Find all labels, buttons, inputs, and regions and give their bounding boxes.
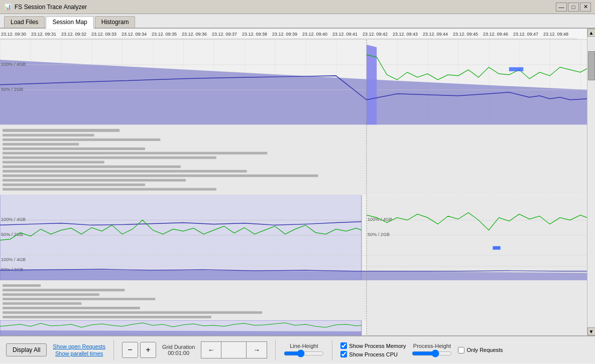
svg-rect-73 [3, 316, 211, 318]
svg-rect-68 [3, 293, 99, 296]
svg-text:23.12. 09:31: 23.12. 09:31 [31, 32, 56, 37]
minimize-button[interactable]: — [556, 3, 567, 12]
close-button[interactable]: ✕ [580, 3, 591, 12]
scroll-thumb[interactable] [588, 51, 595, 80]
scroll-up-button[interactable]: ▲ [587, 29, 596, 37]
svg-text:50% / 2GB: 50% / 2GB [368, 232, 390, 237]
grid-duration-value: 00:01:00 [168, 350, 189, 356]
svg-rect-35 [3, 143, 79, 146]
svg-rect-66 [3, 284, 41, 287]
nav-back-icon: ← [208, 346, 215, 354]
only-requests-checkbox[interactable] [458, 347, 464, 353]
svg-rect-30 [509, 67, 523, 71]
svg-text:100% / 4GB: 100% / 4GB [1, 257, 26, 262]
svg-rect-71 [3, 307, 140, 309]
line-height-slider-group: Line-Height [284, 343, 324, 357]
svg-rect-53 [367, 195, 587, 280]
svg-rect-37 [3, 152, 267, 155]
nav-forward-icon: → [253, 346, 260, 354]
tabbar: Load Files Session Map Histogram [0, 14, 595, 29]
svg-rect-40 [3, 166, 181, 168]
svg-text:23.12. 09:32: 23.12. 09:32 [61, 32, 86, 37]
svg-rect-36 [3, 148, 145, 150]
tab-histogram[interactable]: Histogram [95, 16, 136, 28]
show-process-memory-item: Show Process Memory [340, 342, 406, 349]
svg-text:23.12. 09:30: 23.12. 09:30 [1, 32, 26, 37]
show-process-memory-checkbox[interactable] [340, 342, 347, 349]
show-process-cpu-checkbox[interactable] [340, 351, 347, 357]
svg-rect-44 [3, 184, 145, 186]
toolbar: Display All Show open Requests Show para… [0, 335, 595, 363]
show-process-memory-label: Show Process Memory [349, 343, 406, 349]
svg-text:23.12. 09:35: 23.12. 09:35 [152, 32, 177, 37]
svg-text:100% / 4GB: 100% / 4GB [1, 217, 26, 222]
svg-rect-32 [3, 129, 120, 132]
zoom-out-button[interactable]: − [122, 342, 138, 358]
svg-rect-69 [3, 298, 155, 300]
chart-container: 23.12. 09:30 23.12. 09:31 23.12. 09:32 2… [0, 29, 587, 335]
svg-text:23.12. 09:34: 23.12. 09:34 [122, 32, 147, 37]
nav-back-button[interactable]: ← [201, 342, 221, 358]
line-height-slider[interactable] [284, 350, 324, 357]
svg-text:23.12. 09:48: 23.12. 09:48 [543, 32, 568, 37]
show-process-cpu-item: Show Process CPU [340, 351, 406, 357]
app-title: FS Session Trace Analyzer [15, 4, 87, 11]
only-requests-label: Only Requests [466, 347, 503, 353]
svg-text:23.12. 09:41: 23.12. 09:41 [332, 32, 358, 37]
svg-rect-58 [493, 246, 500, 250]
zoom-controls: − + [122, 342, 156, 358]
svg-text:23.12. 09:37: 23.12. 09:37 [212, 32, 237, 37]
process-height-slider-group: Process-Height [412, 343, 452, 357]
scrollbar-right: ▲ ▼ [587, 29, 595, 335]
separator-1 [113, 340, 114, 360]
svg-rect-72 [3, 311, 262, 314]
svg-rect-47 [0, 195, 362, 280]
grid-duration-label: Grid Duration [162, 344, 195, 350]
tab-load-files[interactable]: Load Files [4, 16, 45, 28]
timeline-header: 23.12. 09:30 23.12. 09:31 23.12. 09:32 2… [0, 29, 587, 40]
show-open-requests-button[interactable]: Show open Requests [53, 343, 105, 349]
line-height-label: Line-Height [290, 343, 318, 349]
show-parallel-times-button[interactable]: Show parallel times [53, 350, 105, 356]
process-height-label: Process-Height [413, 343, 451, 349]
svg-rect-67 [3, 289, 125, 291]
svg-rect-38 [3, 157, 216, 159]
grid-duration-group: Grid Duration 00:01:00 [162, 344, 195, 356]
only-requests-group: Only Requests [458, 347, 503, 353]
show-links-group: Show open Requests Show parallel times [53, 343, 105, 356]
svg-text:23.12. 09:42: 23.12. 09:42 [363, 32, 388, 37]
chart-svg: 100% / 4GB 50% / 2GB [0, 40, 587, 335]
process-height-slider[interactable] [412, 350, 452, 357]
svg-text:23.12. 09:44: 23.12. 09:44 [423, 32, 448, 37]
svg-rect-34 [3, 139, 160, 141]
maximize-button[interactable]: □ [568, 3, 579, 12]
svg-text:100% / 4GB: 100% / 4GB [368, 217, 392, 222]
svg-text:23.12. 09:40: 23.12. 09:40 [302, 32, 327, 37]
titlebar: 📊 FS Session Trace Analyzer — □ ✕ [0, 0, 595, 14]
titlebar-left: 📊 FS Session Trace Analyzer [4, 4, 87, 11]
svg-text:23.12. 09:43: 23.12. 09:43 [393, 32, 418, 37]
checkbox-group: Show Process Memory Show Process CPU [340, 342, 406, 357]
main-area: 23.12. 09:30 23.12. 09:31 23.12. 09:32 2… [0, 29, 595, 335]
scroll-down-button[interactable]: ▼ [587, 327, 596, 335]
svg-text:23.12. 09:45: 23.12. 09:45 [453, 32, 478, 37]
svg-text:23.12. 09:47: 23.12. 09:47 [513, 32, 538, 37]
tab-session-map[interactable]: Session Map [46, 16, 93, 29]
separator-2 [275, 340, 276, 360]
display-all-button[interactable]: Display All [6, 343, 47, 356]
nav-group: ← → [201, 341, 267, 358]
nav-spacer [221, 342, 247, 358]
svg-rect-43 [3, 179, 186, 182]
titlebar-buttons: — □ ✕ [556, 3, 591, 12]
svg-rect-70 [3, 302, 81, 305]
svg-rect-39 [3, 161, 104, 164]
nav-forward-button[interactable]: → [247, 342, 267, 358]
zoom-in-button[interactable]: + [140, 342, 156, 358]
scroll-track[interactable] [587, 37, 595, 327]
svg-text:23.12. 09:33: 23.12. 09:33 [91, 32, 116, 37]
svg-text:23.12. 09:38: 23.12. 09:38 [242, 32, 267, 37]
svg-rect-41 [3, 170, 247, 173]
svg-rect-42 [3, 175, 318, 177]
separator-3 [332, 340, 332, 360]
show-process-cpu-label: Show Process CPU [349, 351, 398, 357]
